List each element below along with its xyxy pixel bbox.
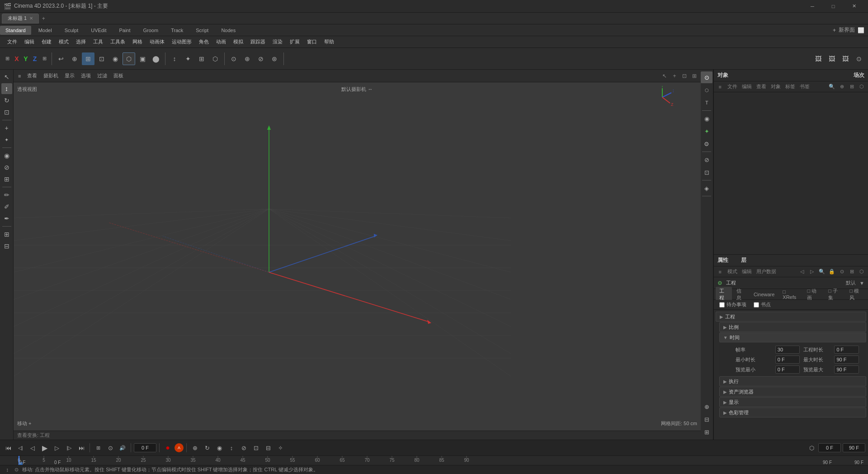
checkbox-bookmark[interactable]: 书点 (754, 301, 771, 308)
props-eye[interactable]: ⊙ (837, 268, 846, 276)
render-btn2[interactable]: 🖼 (826, 52, 838, 65)
obj-tags[interactable]: 标签 (783, 83, 797, 91)
menu-animation-obj[interactable]: 动画体 (146, 37, 168, 47)
extra-icon2[interactable]: ⊟ (701, 413, 712, 425)
draw-tool[interactable]: ✏ (1, 190, 12, 200)
vp-camera[interactable]: 摄影机 (41, 71, 61, 81)
vp-frame-all[interactable]: ⊡ (680, 71, 689, 81)
poly-btn[interactable]: ⬤ (150, 52, 162, 65)
extra-tool2[interactable]: ⊟ (1, 241, 12, 251)
end-frame-field[interactable]: 90 F (843, 443, 865, 452)
menu-toolbar[interactable]: 工具条 (107, 37, 129, 47)
props-edit[interactable]: 编辑 (740, 268, 754, 276)
vp-display[interactable]: 显示 (62, 71, 77, 81)
go-prev-key[interactable]: ◁| (15, 442, 26, 453)
record-dot[interactable]: ● (162, 442, 173, 453)
menu-edit[interactable]: 编辑 (21, 37, 38, 47)
mode-sculpt[interactable]: Sculpt (59, 26, 84, 35)
env-mode-icon[interactable]: ◈ (701, 182, 712, 194)
coord-mode[interactable]: ⊞ (40, 52, 49, 65)
render-btn1[interactable]: 🖼 (812, 52, 825, 65)
vp-cursor-icon[interactable]: ↖ (660, 71, 669, 81)
settings-mode-icon[interactable]: ⚙ (701, 138, 712, 150)
vp-panel[interactable]: 面板 (111, 71, 126, 81)
point-btn[interactable]: ⬡ (123, 52, 135, 65)
vp-zoom-in[interactable]: + (670, 71, 679, 81)
maximize-button[interactable]: □ (823, 0, 844, 13)
props-default-dropdown[interactable]: ▼ (859, 280, 864, 286)
tool-btn4[interactable]: ⊛ (268, 52, 281, 65)
anim-extra8[interactable]: ✧ (275, 442, 286, 453)
play-fwd-step[interactable]: ▷ (52, 442, 62, 453)
vp-options[interactable]: 选项 (78, 71, 94, 81)
menu-mesh[interactable]: 网格 (129, 37, 146, 47)
rotate-tool[interactable]: ↻ (1, 95, 12, 106)
objects-mode-icon[interactable]: ⊙ (701, 71, 712, 83)
render-mode-icon[interactable]: ⊡ (701, 166, 712, 178)
obj-bookmarks[interactable]: 书签 (798, 83, 811, 91)
props-userdata[interactable]: 用户数据 (755, 268, 778, 276)
mode-script[interactable]: Script (190, 26, 214, 35)
tool-btn1[interactable]: ⊙ (227, 52, 240, 65)
snap1[interactable]: ↕ (168, 52, 181, 65)
mode-nodes[interactable]: Nodes (216, 26, 241, 35)
anim-extra4[interactable]: ↕ (226, 442, 237, 453)
menu-mode[interactable]: 模式 (55, 37, 72, 47)
menu-select[interactable]: 选择 (72, 37, 90, 47)
props-lock[interactable]: 🔒 (827, 268, 836, 276)
add-tool[interactable]: + (1, 123, 12, 133)
material-mode-icon[interactable]: ✦ (701, 125, 712, 137)
props-extra[interactable]: ⬡ (857, 268, 866, 276)
obj-home[interactable]: ⊕ (837, 83, 846, 91)
timeline-ruler[interactable]: 0 5 10 15 20 25 30 35 40 45 50 55 60 65 … (0, 456, 868, 465)
render-settings[interactable]: ⊙ (853, 52, 865, 65)
obj-view[interactable]: 查看 (755, 83, 768, 91)
lasso-tool[interactable]: ⊘ (1, 162, 12, 173)
menu-help[interactable]: 帮助 (321, 37, 338, 47)
fps-input[interactable]: 30 (775, 346, 800, 354)
open-timeline[interactable]: ⬡ (806, 442, 817, 453)
go-end[interactable]: ⏭ (76, 442, 87, 453)
mode-track[interactable]: Track (165, 26, 189, 35)
scale-btn[interactable]: ⊡ (95, 52, 108, 65)
snap4[interactable]: ⬡ (209, 52, 222, 65)
coord-icon[interactable]: ⊞ (3, 52, 12, 65)
play-fwd[interactable]: ▶ (39, 442, 50, 453)
toggle-button[interactable]: ⬜ (858, 27, 864, 33)
min-dur-input[interactable]: 0 F (775, 356, 800, 364)
autokey-btn[interactable]: A (175, 443, 184, 452)
move-tool[interactable]: ↕ (1, 83, 12, 94)
mode-groom[interactable]: Groom (138, 26, 164, 35)
snap2[interactable]: ✦ (182, 52, 194, 65)
vp-menu-icon[interactable]: ≡ (15, 71, 24, 81)
render-btn3[interactable]: 🖼 (839, 52, 852, 65)
preview-max-input[interactable]: 90 F (834, 365, 859, 374)
extra-icon1[interactable]: ⊕ (701, 401, 712, 412)
props-mode[interactable]: 模式 (726, 268, 739, 276)
layer-mode-icon[interactable]: ⬡ (701, 84, 712, 96)
obj-search[interactable]: 🔍 (827, 83, 836, 91)
go-start[interactable]: ⏮ (3, 442, 14, 453)
section-project[interactable]: ▶ 工程 (716, 312, 866, 322)
sculpt-tool[interactable]: ✒ (1, 213, 12, 224)
select-btn[interactable]: ◉ (109, 52, 122, 65)
tab-xrefs[interactable]: □ XRefs (779, 288, 802, 301)
vp-look[interactable]: 查看 (24, 71, 40, 81)
menu-extend[interactable]: 扩展 (286, 37, 303, 47)
menu-mograph[interactable]: 运动图形 (168, 37, 195, 47)
obj-edit[interactable]: 编辑 (740, 83, 754, 91)
max-dur-input[interactable]: 90 F (834, 356, 859, 364)
start-frame-field[interactable]: 0 F (818, 443, 841, 452)
add-interface-button[interactable]: + (833, 27, 836, 33)
rotate-btn[interactable]: ⊕ (68, 52, 81, 65)
checkbox-todo[interactable]: 待办事项 (719, 301, 746, 308)
sound-btn[interactable]: 🔊 (117, 442, 128, 453)
anim-extra5[interactable]: ⊘ (238, 442, 249, 453)
props-next[interactable]: ▷ (807, 268, 816, 276)
section-asset[interactable]: ▶ 资产浏览器 (719, 387, 866, 397)
tab-cineware[interactable]: Cineware (750, 291, 778, 298)
mode-paint[interactable]: Paint (113, 26, 136, 35)
menu-tools[interactable]: 工具 (90, 37, 107, 47)
edge-btn[interactable]: ▣ (136, 52, 149, 65)
menu-simulate[interactable]: 模拟 (230, 37, 247, 47)
